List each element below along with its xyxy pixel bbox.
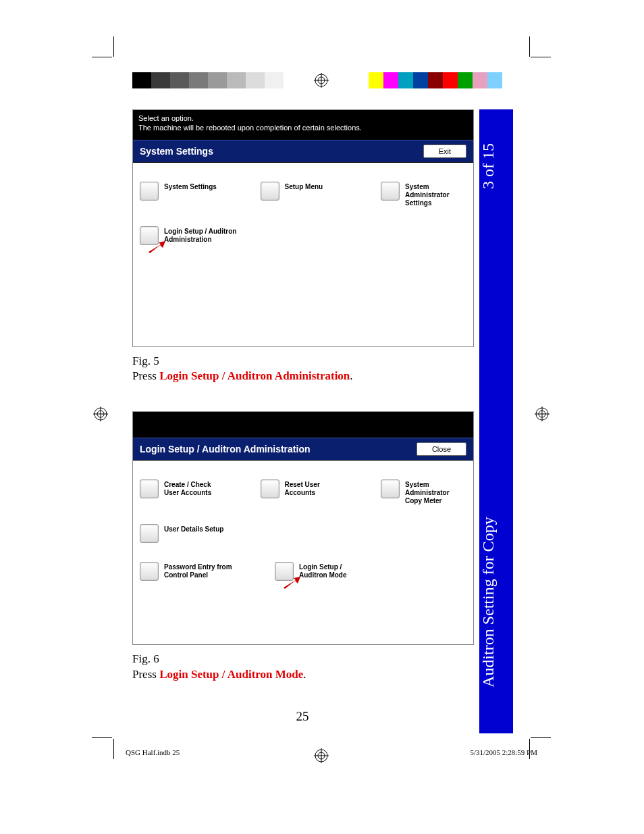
option-create-check-accounts[interactable]: Create / Check User Accounts [140, 479, 220, 505]
instruction-banner [133, 412, 473, 438]
page-number: 25 [132, 709, 473, 724]
option-sysadmin-copy-meter[interactable]: System Administrator Copy Meter [381, 479, 466, 505]
option-label: Create / Check User Accounts [164, 479, 220, 497]
login-auditron-admin-screen: Login Setup / Auditron Administration Cl… [132, 411, 474, 645]
imposition-footer: QSG Half.indb 25 5/31/2005 2:28:59 PM [126, 748, 537, 756]
checkbox-icon [381, 182, 400, 201]
option-login-auditron-admin[interactable]: Login Setup / Auditron Administration [140, 226, 254, 245]
checkbox-icon [261, 479, 279, 498]
registration-mark-icon [535, 407, 549, 421]
checkbox-icon [140, 562, 159, 581]
option-password-entry-panel[interactable]: Password Entry from Control Panel [140, 562, 234, 581]
figure-label: Fig. 5 [132, 355, 159, 367]
caption-target: Login Setup / Auditron Administration [159, 369, 350, 382]
section-title: Auditron Setting for Copy [479, 488, 513, 717]
checkbox-icon [140, 226, 159, 245]
checkbox-icon [140, 524, 159, 543]
banner-line: The machine will be rebooted upon comple… [138, 124, 468, 133]
option-system-settings[interactable]: System Settings [140, 182, 220, 207]
footer-timestamp: 5/31/2005 2:28:59 PM [470, 748, 537, 756]
figure6-caption: Fig. 6 Press Login Setup / Auditron Mode… [132, 652, 473, 683]
footer-filename: QSG Half.indb 25 [126, 748, 180, 756]
checkbox-icon [140, 479, 159, 498]
option-label: Login Setup / Auditron Administration [164, 226, 254, 244]
close-button[interactable]: Close [417, 442, 466, 456]
caption-target: Login Setup / Auditron Mode [159, 668, 303, 681]
figure5-caption: Fig. 5 Press Login Setup / Auditron Admi… [132, 354, 473, 385]
checkbox-icon [140, 182, 159, 201]
figure-label: Fig. 6 [132, 652, 159, 665]
page-counter: 3 of 15 [479, 126, 513, 207]
calibration-bar-grayscale [132, 72, 284, 88]
option-label: System Administrator Copy Meter [405, 479, 466, 505]
option-label: Setup Menu [285, 182, 323, 191]
caption-text: Press [132, 369, 159, 382]
option-label: System Administrator Settings [405, 182, 466, 207]
option-login-auditron-mode[interactable]: Login Setup / Auditron Mode [275, 562, 369, 581]
checkbox-icon [261, 182, 279, 201]
caption-text: . [303, 668, 306, 681]
registration-mark-icon [314, 73, 329, 88]
option-sysadmin-settings[interactable]: System Administrator Settings [381, 182, 466, 207]
chapter-tab: 3 of 15 Auditron Setting for Copy [479, 109, 513, 733]
option-label: Password Entry from Control Panel [164, 562, 234, 579]
banner-line: Select an option. [138, 114, 468, 124]
caption-text: Press [132, 668, 159, 681]
option-label: System Settings [164, 182, 217, 191]
option-label: User Details Setup [164, 524, 223, 533]
option-reset-user-accounts[interactable]: Reset User Accounts [261, 479, 341, 505]
checkbox-icon [275, 562, 294, 581]
checkbox-icon [381, 479, 400, 498]
registration-mark-icon [93, 407, 108, 421]
calibration-bar-color [369, 72, 502, 88]
panel-title: Login Setup / Auditron Administration [140, 444, 311, 454]
option-user-details-setup[interactable]: User Details Setup [140, 524, 234, 543]
panel-title: System Settings [140, 146, 213, 157]
option-setup-menu[interactable]: Setup Menu [261, 182, 341, 207]
instruction-banner: Select an option. The machine will be re… [133, 110, 473, 140]
exit-button[interactable]: Exit [423, 145, 466, 158]
system-settings-screen: Select an option. The machine will be re… [132, 109, 474, 347]
option-label: Reset User Accounts [285, 479, 341, 497]
option-label: Login Setup / Auditron Mode [299, 562, 369, 579]
caption-text: . [350, 369, 352, 382]
